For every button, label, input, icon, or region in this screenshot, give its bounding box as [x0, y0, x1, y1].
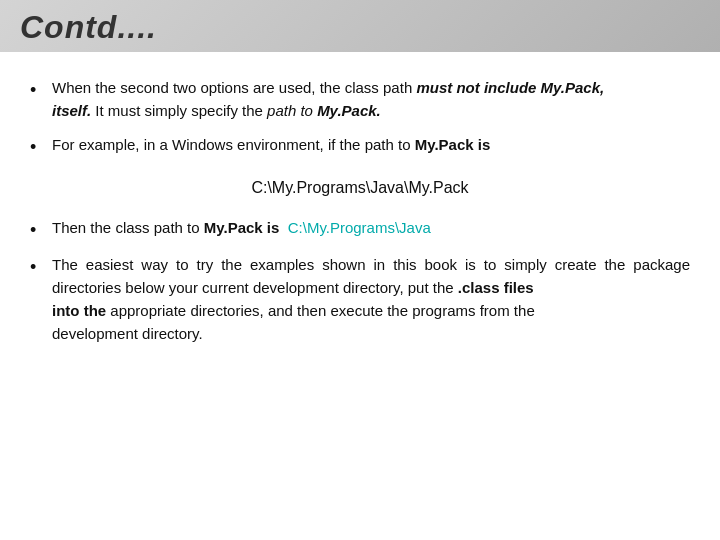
list-item: • When the second two options are used, … — [30, 76, 690, 123]
list-item: • For example, in a Windows environment,… — [30, 133, 690, 160]
code-text: C:\My.Programs\Java\My.Pack — [251, 179, 468, 196]
bullet-list-2: • Then the class path to My.Pack is C:\M… — [30, 216, 690, 346]
bold-mypack-is-2: My.Pack is — [204, 219, 280, 236]
bold-class-files: .class files — [458, 279, 534, 296]
slide-container: Contd.... • When the second two options … — [0, 0, 720, 540]
bold-italic-itself: itself. — [52, 102, 91, 119]
list-item: • Then the class path to My.Pack is C:\M… — [30, 216, 690, 243]
bold-italic-must-not: must not include — [416, 79, 536, 96]
bullet-dot-3: • — [30, 217, 48, 243]
bold-into-the: into the — [52, 302, 106, 319]
bullet-dot-4: • — [30, 254, 48, 280]
header-title: Contd.... — [20, 9, 157, 46]
bullet-dot-1: • — [30, 77, 48, 103]
bullet-text-2: For example, in a Windows environment, i… — [52, 133, 690, 156]
header-bar: Contd.... — [0, 0, 720, 52]
bold-mypack-is: My.Pack is — [415, 136, 491, 153]
list-item: • The easiest way to try the examples sh… — [30, 253, 690, 346]
bullet-text-3: Then the class path to My.Pack is C:\My.… — [52, 216, 690, 239]
cyan-code-path: C:\My.Programs\Java — [288, 219, 431, 236]
italic-path-to: path to — [267, 102, 313, 119]
bullet-text-1: When the second two options are used, th… — [52, 76, 690, 123]
bold-italic-mypack: My.Pack, — [541, 79, 605, 96]
bullet-list: • When the second two options are used, … — [30, 76, 690, 160]
content-area: • When the second two options are used, … — [0, 52, 720, 376]
bold-italic-mypack2: My.Pack. — [317, 102, 381, 119]
bullet-text-4: The easiest way to try the examples show… — [52, 253, 690, 346]
bullet-dot-2: • — [30, 134, 48, 160]
code-block: C:\My.Programs\Java\My.Pack — [30, 178, 690, 198]
